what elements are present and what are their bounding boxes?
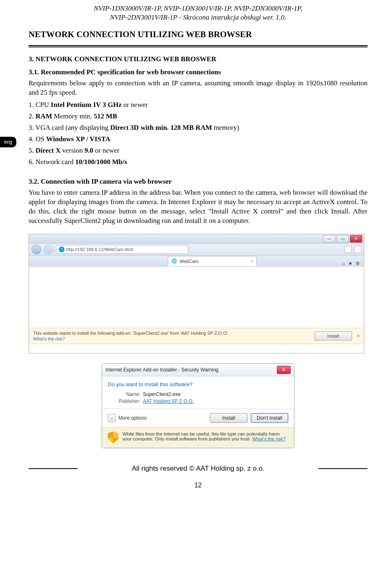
req-6-a: 6. Network card	[29, 158, 75, 166]
footer-copyright: All rights reserved © AAT Holding sp. z …	[78, 465, 318, 473]
infobar-risk-link[interactable]: What's the risk?	[33, 336, 229, 341]
divider-thick	[29, 45, 368, 47]
req-1: 1. CPU Intel Pentium IV 3 GHz or newer	[29, 101, 368, 109]
refresh-icon[interactable]	[344, 246, 352, 253]
req-5-e: or newer	[93, 147, 119, 154]
favorites-icon[interactable]: ★	[348, 261, 352, 266]
tab-webcam[interactable]: 🌐 WebCam ×	[168, 256, 257, 266]
req-4-b: Windows XP / VISTA	[46, 135, 110, 143]
ie-icon	[59, 247, 65, 252]
address-bar: http://192.168.6.12/WebCam.html	[29, 244, 364, 256]
name-value: SuperClient2.exe	[143, 391, 180, 397]
dialog-close-button[interactable]: ✕	[277, 366, 291, 374]
req-1-a: 1. CPU	[29, 101, 51, 109]
dialog-install-button[interactable]: Install	[210, 413, 247, 423]
req-5-b: Direct X	[36, 147, 61, 154]
language-tab: eng	[0, 137, 16, 147]
security-warning-dialog: Internet Explorer Add-on Installer - Sec…	[102, 363, 294, 448]
req-2-a: 2.	[29, 112, 36, 120]
chevron-down-icon: ⌄	[108, 414, 116, 422]
dialog-question: Do you want to install this software?	[108, 381, 288, 387]
req-1-b: Intel Pentium IV 3 GHz	[51, 101, 121, 109]
divider-thin	[29, 47, 368, 48]
name-label: Name:	[108, 391, 140, 397]
stop-icon[interactable]	[354, 246, 361, 253]
browser-bottom	[29, 344, 364, 353]
req-3: 3. VGA card (any displaying Direct 3D wi…	[29, 124, 368, 132]
infobar-install-button[interactable]: Install	[314, 331, 352, 340]
para-3-2: You have to enter camera IP address in t…	[29, 188, 368, 226]
maximize-button[interactable]: ▭	[336, 235, 349, 242]
browser-content	[29, 267, 364, 328]
header-subtitle: NVIP-2DN3001V/IR-1P - Skrócona instrukcj…	[29, 13, 368, 22]
req-2: 2. RAM Memory min. 512 MB	[29, 112, 368, 120]
publisher-link[interactable]: AAT Holding SP Z O.O.	[143, 398, 194, 404]
page-number: 12	[29, 482, 368, 489]
home-icon[interactable]: ⌂	[342, 261, 345, 266]
req-3-c: memory)	[212, 124, 239, 131]
tab-close-icon[interactable]: ×	[251, 259, 253, 264]
more-options-label: More options	[118, 415, 147, 421]
forward-button[interactable]	[44, 245, 53, 254]
req-5-d: 9.0	[85, 147, 93, 154]
para-3-1: Requirements below apply to connection w…	[29, 79, 368, 98]
warning-risk-link[interactable]: What's the risk?	[252, 436, 285, 441]
infobar-close-icon[interactable]: ×	[357, 333, 360, 339]
tab-label: WebCam	[180, 259, 198, 264]
tools-icon[interactable]: ⚙	[356, 261, 360, 266]
dialog-warning-panel: While files from the Internet can be use…	[102, 427, 294, 448]
footer-bar-right	[318, 468, 368, 469]
url-text: http://192.168.6.12/WebCam.html	[66, 247, 133, 252]
req-2-d: 512 MB	[94, 112, 117, 120]
publisher-label: Publisher:	[108, 398, 140, 404]
req-6: 6. Network card 10/100/1000 Mb/s	[29, 158, 368, 166]
minimize-button[interactable]: —	[323, 235, 335, 242]
heading-3: 3. NETWORK CONNECTION UTILIZING WEB BROS…	[29, 55, 368, 63]
footer-bar-left	[29, 468, 78, 469]
close-button[interactable]: ✕	[350, 235, 362, 242]
req-2-c: Memory min.	[52, 112, 94, 120]
heading-3-2: 3.2. Connection with IP camera via web b…	[29, 178, 368, 186]
shield-icon	[108, 431, 118, 444]
window-titlebar: — ▭ ✕	[29, 234, 364, 244]
back-button[interactable]	[31, 245, 41, 254]
heading-3-1: 3.1. Recommended PC specification for we…	[29, 68, 368, 76]
globe-icon: 🌐	[172, 258, 177, 264]
activex-infobar: This website wants to install the follow…	[29, 328, 364, 344]
more-options-toggle[interactable]: ⌄ More options	[108, 414, 147, 422]
tab-strip: 🌐 WebCam × ⌂ ★ ⚙	[29, 256, 364, 267]
header-models: NVIP-1DN3000V/IR-1P, NVIP-1DN3001V/IR-1P…	[29, 4, 368, 13]
dialog-title-text: Internet Explorer Add-on Installer - Sec…	[105, 367, 218, 373]
req-2-b: RAM	[36, 112, 52, 120]
req-6-b: 10/100/1000 Mb/s	[75, 158, 127, 166]
req-3-a: 3. VGA card (any displaying	[29, 124, 110, 131]
req-1-c: or newer	[122, 101, 148, 109]
req-5: 5. Direct X version 9.0 or newer	[29, 147, 368, 155]
infobar-text: This website wants to install the follow…	[33, 331, 229, 336]
req-4-a: 4. OS	[29, 135, 46, 143]
req-5-c: version	[61, 147, 85, 154]
section-title: NETWORK CONNECTION UTILIZING WEB BROWSER	[29, 29, 368, 40]
req-4: 4. OS Windows XP / VISTA	[29, 135, 368, 143]
url-input[interactable]: http://192.168.6.12/WebCam.html	[56, 245, 188, 254]
req-5-a: 5.	[29, 147, 36, 154]
dialog-dont-install-button[interactable]: Don't Install	[251, 413, 288, 423]
req-3-b: Direct 3D with min. 128 MB RAM	[110, 124, 212, 131]
dialog-titlebar: Internet Explorer Add-on Installer - Sec…	[102, 364, 294, 376]
browser-screenshot: — ▭ ✕ http://192.168.6.12/WebCam.html 🌐 …	[29, 234, 364, 354]
